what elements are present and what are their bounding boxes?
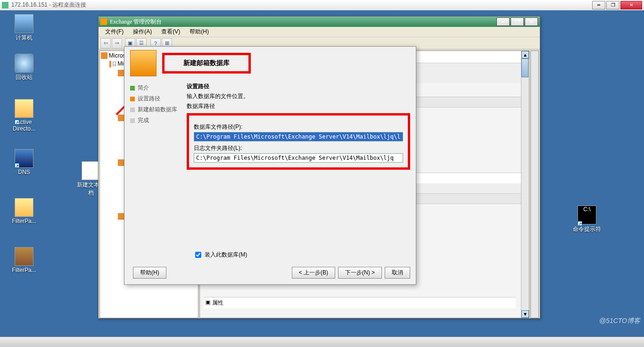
step-complete: 完成	[130, 115, 187, 126]
remote-desktop: 计算机 回收站 ↗Active Directo... ↗DNS FilterPa…	[0, 10, 644, 337]
desktop-icon-filterpack2[interactable]: FilterPa...	[8, 247, 41, 273]
wizard-form: 设置路径 输入数据库的文件位置。 数据库路径 数据库文件路径(P): 日志文件夹…	[187, 83, 410, 254]
menu-action[interactable]: 操作(A)	[128, 27, 157, 37]
desktop-icon-active-directory[interactable]: ↗Active Directo...	[8, 99, 41, 132]
mount-database-checkbox[interactable]	[195, 252, 201, 258]
step-intro: 简介	[130, 83, 187, 93]
properties-link[interactable]: 属性	[212, 299, 223, 306]
log-path-input[interactable]	[194, 153, 403, 163]
desktop-icon-computer[interactable]: 计算机	[8, 14, 41, 42]
menu-file[interactable]: 文件(F)	[100, 27, 128, 37]
menu-help[interactable]: 帮助(H)	[185, 27, 214, 37]
form-title: 设置路径	[187, 83, 410, 91]
back-button[interactable]: < 上一步(B)	[292, 267, 335, 279]
mount-database-checkbox-row[interactable]: 装入此数据库(M)	[195, 251, 247, 259]
mmc-titlebar[interactable]: Exchange 管理控制台 ━ ❐ ✕	[99, 17, 540, 27]
cancel-button[interactable]: 取消	[385, 267, 410, 279]
mmc-maximize-button[interactable]: ❐	[511, 17, 524, 26]
rdp-title: 172.16.16.151 - 远程桌面连接	[11, 1, 591, 9]
mailbox-database-icon	[130, 50, 157, 76]
wizard-title: 新建邮箱数据库	[162, 53, 251, 74]
mmc-minimize-button[interactable]: ━	[496, 17, 510, 26]
rdp-close-button[interactable]: ✕	[620, 1, 642, 9]
next-button[interactable]: 下一步(N) >	[338, 267, 382, 279]
rdp-titlebar: 172.16.16.151 - 远程桌面连接 ━ ❐ ✕	[0, 0, 644, 10]
wizard-banner: 新建邮箱数据库	[124, 47, 416, 80]
desktop-icon-cmd[interactable]: C:\↗命令提示符	[570, 206, 603, 233]
exchange-icon	[100, 18, 107, 25]
step-set-path: 设置路径	[130, 93, 187, 104]
rdp-maximize-button[interactable]: ❐	[606, 1, 619, 9]
watermark: @51CTO博客	[599, 317, 640, 325]
db-path-input[interactable]	[194, 132, 403, 141]
mmc-title-text: Exchange 管理控制台	[110, 18, 495, 26]
tb-forward-button[interactable]: ⇨	[112, 38, 122, 49]
center-scrollbar[interactable]: ▴▾	[521, 51, 529, 318]
help-button[interactable]: 帮助(H)	[133, 267, 166, 279]
mmc-menubar: 文件(F) 操作(A) 查看(V) 帮助(H)	[99, 27, 540, 37]
rdp-icon	[2, 2, 8, 8]
step-new-db: 新建邮箱数据库	[130, 104, 187, 115]
desktop-icon-filterpack1[interactable]: FilterPa...	[8, 198, 41, 224]
host-taskbar[interactable]	[0, 337, 644, 347]
form-description: 输入数据库的文件位置。	[187, 92, 410, 100]
paths-group-highlight: 数据库文件路径(P): 日志文件夹路径(L):	[187, 113, 410, 170]
desktop-icon-dns[interactable]: ↗DNS	[8, 149, 41, 175]
group-title: 数据库路径	[187, 102, 410, 110]
mmc-close-button[interactable]: ✕	[525, 17, 538, 26]
db-path-label: 数据库文件路径(P):	[194, 123, 403, 131]
new-mailbox-database-wizard: 新建邮箱数据库 简介 设置路径 新建邮箱数据库 完成 设置路径 输入数据库的文件…	[124, 46, 416, 285]
desktop-icon-recyclebin[interactable]: 回收站	[8, 54, 41, 82]
log-path-label: 日志文件夹路径(L):	[194, 144, 403, 152]
rdp-minimize-button[interactable]: ━	[592, 1, 605, 9]
wizard-steps: 简介 设置路径 新建邮箱数据库 完成	[130, 83, 187, 254]
actions-pane-collapsed[interactable]	[530, 50, 539, 318]
menu-view[interactable]: 查看(V)	[157, 27, 185, 37]
tb-back-button[interactable]: ⇦	[100, 38, 111, 49]
